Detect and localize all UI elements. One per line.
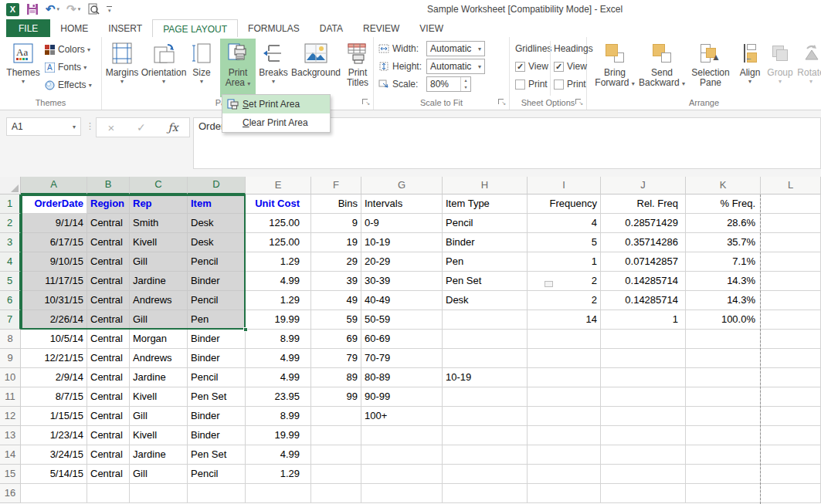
cell-E8[interactable]: 8.99: [246, 330, 311, 349]
scale-dialog-launcher[interactable]: [497, 98, 506, 107]
cell-J4[interactable]: 0.07142857: [601, 252, 686, 272]
redo-button[interactable]: ↷ ▾: [66, 2, 80, 16]
cell-D9[interactable]: Binder: [188, 349, 246, 368]
fill-handle[interactable]: [243, 327, 248, 332]
cell-K7[interactable]: 100.0%: [686, 310, 761, 330]
cell-K11[interactable]: [686, 387, 761, 407]
cell-L1[interactable]: [761, 194, 821, 214]
cell-K3[interactable]: 35.7%: [686, 233, 761, 252]
cell-H3[interactable]: Binder: [443, 233, 528, 252]
cell-J13[interactable]: [601, 426, 686, 445]
cell-F12[interactable]: [311, 407, 361, 426]
menu-item-set-print-area[interactable]: Set Print Area: [222, 95, 330, 113]
cell-D2[interactable]: Desk: [188, 214, 246, 233]
cell-E14[interactable]: 4.99: [246, 445, 311, 465]
cell-I13[interactable]: [528, 426, 601, 445]
cell-D11[interactable]: Pen Set: [188, 387, 246, 407]
cell-A13[interactable]: 1/23/14: [21, 426, 87, 445]
cell-H12[interactable]: [443, 407, 528, 426]
cell-K9[interactable]: [686, 349, 761, 368]
row-header-4[interactable]: 4: [0, 252, 21, 272]
cell-K12[interactable]: [686, 407, 761, 426]
cell-B6[interactable]: Central: [87, 291, 130, 310]
cell-I2[interactable]: 4: [528, 214, 601, 233]
cell-B4[interactable]: Central: [87, 252, 130, 272]
cell-I5[interactable]: 2: [528, 272, 601, 291]
row-header-16[interactable]: 16: [0, 484, 21, 503]
cell-I12[interactable]: [528, 407, 601, 426]
column-header-L[interactable]: L: [761, 177, 821, 194]
cell-L9[interactable]: [761, 349, 821, 368]
colors-button[interactable]: Colors ▾: [45, 42, 90, 57]
headings-print-checkbox[interactable]: Print: [554, 76, 586, 92]
margins-button[interactable]: Margins ▾: [104, 39, 140, 97]
cell-I9[interactable]: [528, 349, 601, 368]
row-header-2[interactable]: 2: [0, 214, 21, 233]
cell-C6[interactable]: Andrews: [130, 291, 188, 310]
cell-L16[interactable]: [761, 484, 821, 503]
cell-D3[interactable]: Desk: [188, 233, 246, 252]
cell-L14[interactable]: [761, 445, 821, 465]
cell-F2[interactable]: 9: [311, 214, 361, 233]
cell-B12[interactable]: Central: [87, 407, 130, 426]
column-header-F[interactable]: F: [311, 177, 361, 194]
cell-H14[interactable]: [443, 445, 528, 465]
cell-A1[interactable]: OrderDate: [21, 194, 87, 214]
row-header-3[interactable]: 3: [0, 233, 21, 252]
cell-I6[interactable]: 2: [528, 291, 601, 310]
row-header-5[interactable]: 5: [0, 272, 21, 291]
cell-I3[interactable]: 5: [528, 233, 601, 252]
column-header-J[interactable]: J: [601, 177, 686, 194]
cell-H4[interactable]: Pen: [443, 252, 528, 272]
column-header-A[interactable]: A: [21, 177, 87, 194]
gridlines-print-checkbox[interactable]: Print: [515, 76, 548, 92]
cell-C14[interactable]: Jardine: [130, 445, 188, 465]
cell-H1[interactable]: Item Type: [443, 194, 528, 214]
cell-K14[interactable]: [686, 445, 761, 465]
cell-I1[interactable]: Frequency: [528, 194, 601, 214]
column-header-H[interactable]: H: [443, 177, 528, 194]
cell-H5[interactable]: Pen Set: [443, 272, 528, 291]
cell-D8[interactable]: Binder: [188, 330, 246, 349]
tab-page-layout[interactable]: PAGE LAYOUT: [152, 19, 238, 37]
cell-B9[interactable]: Central: [87, 349, 130, 368]
cell-L15[interactable]: [761, 465, 821, 484]
breaks-button[interactable]: Breaks ▾: [257, 39, 290, 97]
cell-B10[interactable]: Central: [87, 368, 130, 387]
menu-item-clear-print-area[interactable]: Clear Print Area: [222, 113, 330, 132]
cell-A16[interactable]: [21, 484, 87, 503]
cell-G4[interactable]: 20-29: [361, 252, 443, 272]
cell-K10[interactable]: [686, 368, 761, 387]
customize-qat-button[interactable]: ▾: [107, 2, 112, 16]
cell-L10[interactable]: [761, 368, 821, 387]
cell-F6[interactable]: 49: [311, 291, 361, 310]
cell-H16[interactable]: [443, 484, 528, 503]
column-header-C[interactable]: C: [130, 177, 188, 194]
cell-C4[interactable]: Gill: [130, 252, 188, 272]
column-header-B[interactable]: B: [87, 177, 130, 194]
effects-button[interactable]: Effects ▾: [45, 77, 92, 93]
cell-G10[interactable]: 80-89: [361, 368, 443, 387]
cell-G11[interactable]: 90-99: [361, 387, 443, 407]
name-box[interactable]: A1 ▾: [6, 117, 81, 136]
cell-E9[interactable]: 4.99: [246, 349, 311, 368]
cell-F4[interactable]: 29: [311, 252, 361, 272]
cell-D14[interactable]: Pen Set: [188, 445, 246, 465]
cell-I7[interactable]: 14: [528, 310, 601, 330]
cell-E7[interactable]: 19.99: [246, 310, 311, 330]
bring-forward-button[interactable]: Bring Forward ▾: [593, 39, 636, 97]
cell-E2[interactable]: 125.00: [246, 214, 311, 233]
cell-D6[interactable]: Pencil: [188, 291, 246, 310]
tab-home[interactable]: HOME: [50, 19, 98, 37]
cell-J11[interactable]: [601, 387, 686, 407]
cell-J9[interactable]: [601, 349, 686, 368]
cell-B7[interactable]: Central: [87, 310, 130, 330]
cell-L11[interactable]: [761, 387, 821, 407]
cell-L12[interactable]: [761, 407, 821, 426]
cell-K1[interactable]: % Freq.: [686, 194, 761, 214]
cell-A4[interactable]: 9/10/15: [21, 252, 87, 272]
width-combobox[interactable]: Automatic ▾: [426, 41, 485, 56]
cell-C11[interactable]: Kivell: [130, 387, 188, 407]
cell-E1[interactable]: Unit Cost: [246, 194, 311, 214]
cell-B5[interactable]: Central: [87, 272, 130, 291]
